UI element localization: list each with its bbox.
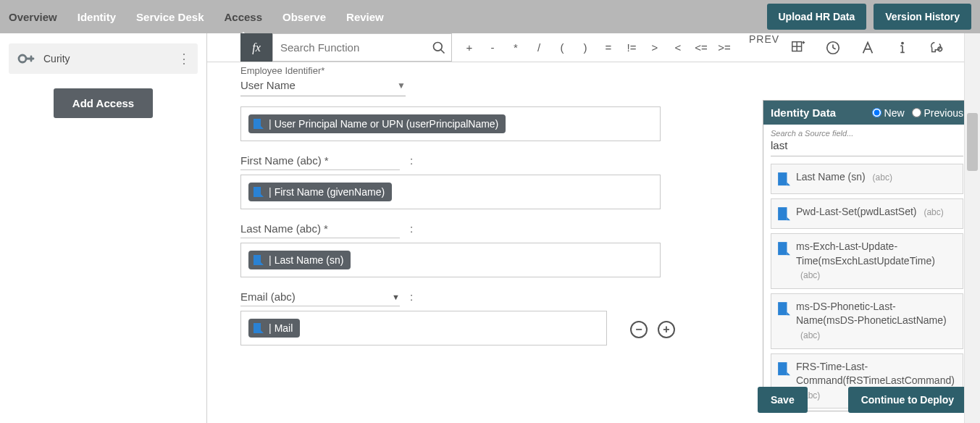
continue-to-deploy-button[interactable]: Continue to Deploy [848,387,967,413]
op-div[interactable]: / [527,41,550,54]
search-function-input[interactable] [273,35,427,59]
main-content: fx + - * / ( ) = != > < <= >= PR [207,33,980,423]
panel-search-input[interactable]: last [771,138,963,156]
field-token-icon [253,322,264,334]
grid-plus-icon[interactable] [790,39,807,56]
svg-rect-33 [778,302,787,315]
email-token[interactable]: | Mail [248,319,300,338]
source-field-type: (abc) [800,270,820,280]
svg-marker-32 [787,252,791,256]
op-neq[interactable]: != [620,41,643,54]
op-plus[interactable]: + [458,41,481,54]
upload-hr-data-button[interactable]: Upload HR Data [767,4,867,30]
sidebar-item-label: Curity [43,53,70,64]
field-icon [777,172,790,188]
first-name-token-text: First Name (givenName) [275,186,385,198]
svg-rect-29 [778,207,787,220]
tab-identity[interactable]: Identity [78,2,116,32]
field-icon [777,301,790,317]
colon: : [410,154,413,167]
upn-expression-box[interactable]: | User Principal Name or UPN (userPrinci… [240,106,661,141]
tab-access[interactable]: Access [224,2,262,32]
tab-overview[interactable]: Overview [9,2,57,32]
radio-previous[interactable]: Previous [912,107,963,119]
svg-marker-30 [787,217,791,221]
svg-marker-28 [787,183,791,186]
field-icon [777,361,790,377]
employee-identifier-select[interactable]: User Name ▼ [240,76,406,96]
source-field-type: (abc) [800,330,820,340]
source-field-item[interactable]: Last Name (sn) (abc) [771,164,963,194]
op-lparen[interactable]: ( [550,41,574,54]
svg-rect-35 [778,362,787,375]
panel-search-label: Search a Source field... [771,129,963,138]
svg-marker-20 [261,126,264,129]
op-lt[interactable]: < [666,41,690,54]
top-bar: Overview Identity Service Desk Access Ob… [0,0,980,33]
identity-data-panel: Identity Data New Previous Search a Sour… [763,100,971,411]
source-field-item[interactable]: Pwd-Last-Set(pwdLastSet) (abc) [771,198,963,229]
svg-marker-34 [787,311,791,315]
last-name-token-text: Last Name (sn) [275,254,344,266]
save-button[interactable]: Save [758,387,808,413]
chevron-down-icon: ▼ [392,293,400,301]
upn-token-text: User Principal Name or UPN (userPrincipa… [275,118,499,130]
field-icon [777,241,790,257]
add-access-button[interactable]: Add Access [54,88,153,118]
op-gt[interactable]: > [643,41,666,54]
operator-row: + - * / ( ) = != > < <= >= [458,33,736,62]
op-eq[interactable]: = [597,41,620,54]
text-a-icon[interactable] [859,39,876,56]
tab-review[interactable]: Review [346,2,384,32]
source-field-type: (abc) [873,172,892,183]
info-icon[interactable] [894,39,911,56]
svg-point-0 [434,42,443,51]
tab-service-desk[interactable]: Service Desk [136,2,204,32]
sidebar-item-curity[interactable]: Curity ⋮ [9,43,198,74]
first-name-expression-box[interactable]: | First Name (givenName) [240,175,661,209]
svg-marker-24 [261,262,264,265]
employee-identifier-value: User Name [240,79,397,91]
svg-rect-21 [254,187,261,197]
last-name-token[interactable]: | Last Name (sn) [248,251,351,269]
fx-label: fx [240,33,272,62]
source-field-item[interactable]: ms-Exch-Last-Update-Time(msExchLastUpdat… [771,233,963,289]
field-token-icon [253,254,264,266]
last-name-expression-box[interactable]: | Last Name (sn) [240,243,661,277]
scrollbar-thumb[interactable] [967,113,978,171]
search-function-box[interactable] [272,33,452,62]
source-field-text: ms-DS-Phonetic-Last-Name(msDS-PhoneticLa… [796,300,957,343]
upn-token[interactable]: | User Principal Name or UPN (userPrinci… [248,114,506,133]
svg-rect-23 [254,255,261,265]
email-label[interactable]: Email (abc) ▼ [240,290,400,306]
add-mapping-button[interactable]: + [658,321,675,338]
last-name-label: Last Name (abc) * [240,222,400,238]
email-expression-box[interactable]: | Mail [240,311,607,345]
prev-button[interactable]: PREV [749,33,779,62]
employee-identifier-label: Employee Identifier* [240,65,675,76]
search-icon[interactable] [427,41,451,55]
op-mult[interactable]: * [504,41,527,54]
version-history-button[interactable]: Version History [874,4,971,30]
source-field-item[interactable]: ms-DS-Phonetic-Last-Name(msDS-PhoneticLa… [771,293,963,349]
scrollbar[interactable] [964,33,980,423]
curity-logo-icon [16,52,36,65]
colon: : [410,222,413,235]
kebab-menu-icon[interactable]: ⋮ [177,51,190,67]
svg-marker-26 [261,330,264,333]
radio-new[interactable]: New [872,107,905,119]
op-lte[interactable]: <= [690,41,713,54]
field-icon [777,206,790,222]
op-gte[interactable]: >= [713,41,736,54]
brain-gear-icon[interactable] [929,39,946,56]
svg-rect-25 [254,323,261,333]
svg-line-9 [833,48,836,49]
op-rparen[interactable]: ) [574,41,597,54]
clock-icon[interactable] [824,39,842,56]
remove-mapping-button[interactable]: − [630,321,648,338]
first-name-token[interactable]: | First Name (givenName) [248,183,392,201]
email-token-text: Mail [275,322,293,334]
op-minus[interactable]: - [481,41,504,54]
tab-observe[interactable]: Observe [282,2,326,32]
source-field-text: Last Name (sn) (abc) [796,170,892,185]
